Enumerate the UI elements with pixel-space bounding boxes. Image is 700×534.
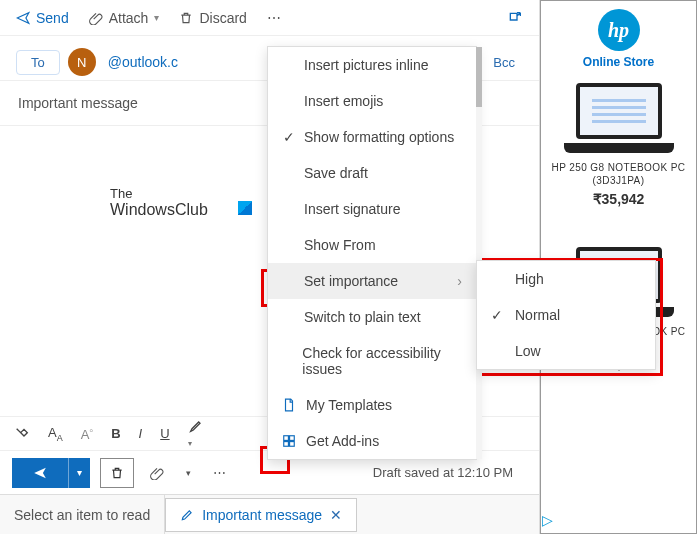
chevron-right-icon: › <box>457 273 462 289</box>
tab-reading-pane[interactable]: Select an item to read <box>0 499 164 531</box>
pencil-icon <box>180 508 194 522</box>
ad-product-1-price: ₹35,942 <box>593 191 645 207</box>
watermark-line1: The <box>110 186 252 201</box>
menu-insert-signature[interactable]: Insert signature <box>268 191 476 227</box>
laptop-icon <box>564 83 674 153</box>
send-primary[interactable] <box>12 458 68 488</box>
send-button[interactable]: Send <box>8 6 77 30</box>
ellipsis-icon: ⋯ <box>267 10 281 26</box>
svg-rect-0 <box>284 436 289 441</box>
trash-icon <box>179 11 193 25</box>
menu-accessibility[interactable]: Check for accessibility issues <box>268 335 476 387</box>
watermark-line2: WindowsClub <box>110 201 208 218</box>
highlight-icon <box>188 418 204 434</box>
more-actions-menu: Insert pictures inline Insert emojis ✓Sh… <box>267 46 477 460</box>
more-toolbar-button[interactable]: ⋯ <box>259 6 289 30</box>
ellipsis-icon: ⋯ <box>213 465 226 480</box>
underline-button[interactable]: U <box>156 424 173 443</box>
menu-get-addins[interactable]: Get Add-ins <box>268 423 476 459</box>
importance-submenu: High ✓Normal Low <box>476 260 656 370</box>
ad-product-1-name: HP 250 G8 NOTEBOOK PC (3D3J1PA) <box>545 161 692 187</box>
menu-set-importance[interactable]: Set importance› <box>268 263 476 299</box>
importance-high[interactable]: High <box>477 261 655 297</box>
watermark-logo-icon <box>238 201 252 215</box>
more-actions-button[interactable]: ⋯ <box>207 463 232 482</box>
svg-rect-1 <box>290 436 295 441</box>
menu-plain-text[interactable]: Switch to plain text <box>268 299 476 335</box>
font-increase-button[interactable]: AA <box>44 423 67 445</box>
menu-insert-pictures[interactable]: Insert pictures inline <box>268 47 476 83</box>
ad-store-caption: Online Store <box>583 55 654 69</box>
bold-button[interactable]: B <box>107 424 124 443</box>
menu-scrollbar[interactable] <box>476 47 482 459</box>
menu-show-formatting[interactable]: ✓Show formatting options <box>268 119 476 155</box>
templates-icon <box>282 398 298 412</box>
chevron-down-icon: ▾ <box>154 12 159 23</box>
paperclip-icon <box>150 466 164 480</box>
menu-my-templates[interactable]: My Templates <box>268 387 476 423</box>
watermark: The WindowsClub <box>110 186 252 219</box>
menu-save-draft[interactable]: Save draft <box>268 155 476 191</box>
draft-status: Draft saved at 12:10 PM <box>373 465 527 480</box>
tab-compose-label: Important message <box>202 507 322 523</box>
format-painter-button[interactable] <box>10 424 34 444</box>
importance-normal[interactable]: ✓Normal <box>477 297 655 333</box>
check-icon: ✓ <box>491 307 505 323</box>
menu-show-from[interactable]: Show From <box>268 227 476 263</box>
italic-button[interactable]: I <box>135 424 147 443</box>
attach-secondary-button[interactable] <box>144 466 170 480</box>
paint-icon <box>14 426 30 442</box>
discard-label: Discard <box>199 10 246 26</box>
ad-product-1[interactable]: HP 250 G8 NOTEBOOK PC (3D3J1PA) ₹35,942 <box>545 83 692 207</box>
ad-choices-icon[interactable]: ▷ <box>542 512 553 528</box>
hp-logo-icon: hp <box>598 9 640 51</box>
send-dropdown[interactable]: ▾ <box>68 458 90 488</box>
tab-close-button[interactable]: ✕ <box>330 507 342 523</box>
trash-icon <box>110 466 124 480</box>
paperclip-icon <box>89 11 103 25</box>
discard-draft-button[interactable] <box>100 458 134 488</box>
send-icon <box>16 11 30 25</box>
compose-toolbar: Send Attach ▾ Discard ⋯ <box>0 0 539 36</box>
font-color-button[interactable]: A◦ <box>77 422 98 444</box>
send-split-button[interactable]: ▾ <box>12 458 90 488</box>
menu-insert-emojis[interactable]: Insert emojis <box>268 83 476 119</box>
importance-low[interactable]: Low <box>477 333 655 369</box>
send-icon <box>32 466 48 480</box>
attach-label: Attach <box>109 10 149 26</box>
attach-button[interactable]: Attach ▾ <box>81 6 168 30</box>
attach-chevron[interactable]: ▾ <box>180 468 197 478</box>
to-field-button[interactable]: To <box>16 50 60 75</box>
tab-compose-draft[interactable]: Important message ✕ <box>165 498 357 532</box>
svg-rect-3 <box>290 442 295 447</box>
recipient-avatar: N <box>68 48 96 76</box>
check-icon: ✓ <box>282 129 296 145</box>
addins-icon <box>282 434 298 448</box>
popout-button[interactable] <box>499 6 531 30</box>
send-label: Send <box>36 10 69 26</box>
highlight-button[interactable]: ▾ <box>184 416 208 451</box>
popout-icon <box>507 10 523 26</box>
recipient-email[interactable]: @outlook.c <box>104 54 178 70</box>
bottom-tabs: Select an item to read Important message… <box>0 494 539 534</box>
discard-button[interactable]: Discard <box>171 6 254 30</box>
svg-rect-2 <box>284 442 289 447</box>
bcc-button[interactable]: Bcc <box>493 55 523 70</box>
